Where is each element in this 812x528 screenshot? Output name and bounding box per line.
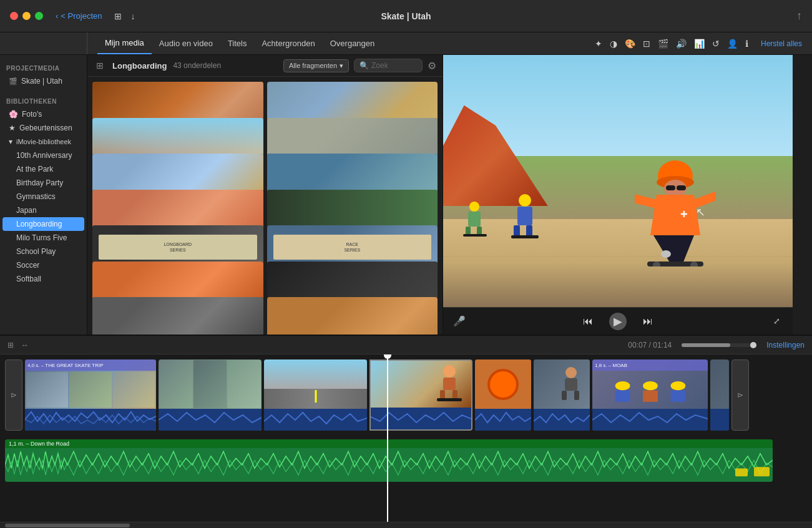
share-button[interactable]: ↑ bbox=[796, 9, 802, 22]
info-icon[interactable]: ℹ bbox=[745, 39, 748, 49]
microphone-button[interactable]: 🎤 bbox=[451, 313, 468, 330]
filter-icon[interactable]: 👤 bbox=[727, 39, 738, 49]
toolbar-left bbox=[0, 32, 87, 54]
svg-rect-68 bbox=[754, 467, 770, 476]
video-clip-1[interactable]: 4,0 s. – THE GREAT SKATE TRIP bbox=[25, 359, 156, 431]
svg-point-64 bbox=[670, 381, 685, 391]
sidebar-item-milo[interactable]: Milo Turns Five bbox=[2, 231, 84, 245]
preview-video: ↖ ✚ bbox=[443, 55, 793, 307]
video-clip-6[interactable] bbox=[534, 359, 590, 431]
svg-point-56 bbox=[565, 367, 577, 378]
sidebar-item-birthday[interactable]: Birthday Party bbox=[2, 176, 84, 190]
volume-icon[interactable]: 🔊 bbox=[676, 39, 687, 49]
stabilization-icon[interactable]: 🎬 bbox=[658, 39, 668, 49]
sidebar-item-japan[interactable]: Japan bbox=[2, 203, 84, 217]
sidebar-item-fotos[interactable]: 🌸 Foto's bbox=[2, 107, 84, 121]
playhead[interactable] bbox=[387, 354, 388, 522]
color-correction-icon[interactable]: 🎨 bbox=[625, 39, 635, 49]
sidebar-item-softball[interactable]: Softball bbox=[2, 272, 84, 286]
sidebar-item-project[interactable]: 🎬 Skate | Utah bbox=[2, 74, 84, 88]
media-search[interactable]: 🔍 Zoek bbox=[354, 59, 423, 72]
tab-overgangen[interactable]: Overgangen bbox=[323, 32, 383, 54]
svg-rect-65 bbox=[670, 391, 685, 402]
search-icon: 🔍 bbox=[360, 61, 369, 70]
minimize-button[interactable] bbox=[22, 12, 31, 20]
tab-titels[interactable]: Titels bbox=[220, 32, 255, 54]
sidebar-item-soccer[interactable]: Soccer bbox=[2, 258, 84, 272]
media-browser-controls: Alle fragmenten ▾ 🔍 Zoek ⚙ bbox=[283, 59, 436, 72]
settings-icon[interactable]: ⚙ bbox=[428, 60, 436, 72]
sidebar-item-longboarding[interactable]: Longboarding bbox=[2, 217, 84, 231]
auto-enhance-icon[interactable]: ✦ bbox=[595, 39, 602, 49]
svg-line-36 bbox=[694, 195, 716, 204]
svg-rect-55 bbox=[437, 398, 462, 401]
clip-header-1: 4,0 s. – THE GREAT SKATE TRIP bbox=[25, 359, 156, 371]
tab-achtergronden[interactable]: Achtergronden bbox=[254, 32, 322, 54]
svg-rect-50 bbox=[463, 234, 487, 237]
sidebar-item-school[interactable]: School Play bbox=[2, 245, 84, 258]
video-clip-2[interactable] bbox=[159, 359, 262, 431]
svg-rect-34 bbox=[677, 185, 686, 190]
libraries-header: BIBLIOTHEKEN bbox=[0, 93, 87, 107]
fotos-icon: 🌸 bbox=[9, 110, 18, 119]
crop-icon[interactable]: ⊡ bbox=[643, 39, 650, 49]
thumbnail-grid: LONGBOARDSERIES RACESERIES bbox=[87, 77, 443, 335]
filter-dropdown[interactable]: Alle fragmenten ▾ bbox=[283, 59, 349, 72]
svg-rect-47 bbox=[468, 212, 481, 227]
fullscreen-button[interactable]: ⤢ bbox=[768, 313, 785, 330]
close-button[interactable] bbox=[10, 12, 18, 20]
video-clip-3[interactable] bbox=[264, 359, 367, 431]
svg-rect-42 bbox=[517, 207, 532, 225]
media-browser-header: ⊞ Longboarding 43 onderdelen Alle fragme… bbox=[87, 55, 443, 77]
sidebar-item-10th[interactable]: 10th Anniversary bbox=[2, 149, 84, 162]
svg-rect-53 bbox=[440, 390, 445, 399]
timeline-area: ⊞ ↔ 00:07 / 01:14 Instellingen ⊳ 4,0 s. … bbox=[0, 335, 812, 528]
film-icon: 🎬 bbox=[9, 77, 17, 86]
audio-clip[interactable]: 1,1 m. – Down the Road bbox=[5, 439, 773, 482]
svg-rect-63 bbox=[643, 391, 658, 402]
grid-view-toggle[interactable]: ⊞ bbox=[94, 59, 106, 72]
rewind-button[interactable]: ⏮ bbox=[579, 313, 597, 330]
video-clip-partial[interactable] bbox=[710, 359, 729, 431]
svg-rect-57 bbox=[565, 378, 577, 391]
filter-chevron-icon: ▾ bbox=[340, 62, 343, 70]
tab-audio-video[interactable]: Audio en video bbox=[152, 32, 220, 54]
download-icon[interactable]: ↓ bbox=[130, 11, 135, 21]
thumbnail-item[interactable] bbox=[92, 297, 263, 335]
titlebar-tools: ⊞ ↓ bbox=[114, 11, 135, 21]
sidebar-item-park[interactable]: At the Park bbox=[2, 162, 84, 176]
video-clip-4[interactable] bbox=[369, 359, 472, 431]
reset-all-button[interactable]: Herstel alles bbox=[761, 39, 802, 48]
sidebar-item-gebeurtenissen[interactable]: ★ Gebeurtenissen bbox=[2, 121, 84, 135]
layout-icon[interactable]: ⊞ bbox=[114, 11, 122, 21]
video-clip-5[interactable] bbox=[475, 359, 531, 431]
back-button[interactable]: ‹ < Projecten bbox=[56, 11, 102, 21]
trim-cursor: ✚ bbox=[680, 209, 688, 219]
track-end-button[interactable]: ⊳ bbox=[731, 359, 749, 431]
media-browser-count: 43 onderdelen bbox=[173, 61, 221, 70]
video-clip-7[interactable]: 1,8 s. – MOAB bbox=[592, 359, 708, 431]
svg-rect-52 bbox=[443, 378, 456, 390]
svg-point-40 bbox=[661, 250, 671, 258]
titlebar: ‹ < Projecten ⊞ ↓ Skate | Utah ↑ bbox=[0, 0, 812, 32]
timeline-header: ⊞ ↔ 00:07 / 01:14 Instellingen bbox=[0, 336, 812, 354]
scrollbar-thumb[interactable] bbox=[5, 524, 130, 527]
window-title: Skate | Utah bbox=[381, 11, 431, 21]
traffic-lights bbox=[10, 12, 43, 20]
svg-point-60 bbox=[615, 381, 630, 391]
sidebar-item-imovie[interactable]: ▾ iMovie-bibliotheek bbox=[2, 135, 84, 149]
audio-clip-header: 1,1 m. – Down the Road bbox=[5, 439, 773, 448]
timeline-scrollbar[interactable] bbox=[0, 522, 812, 528]
color-balance-icon[interactable]: ◑ bbox=[610, 39, 617, 49]
thumbnail-item[interactable] bbox=[267, 297, 438, 335]
sidebar-item-gymnastics[interactable]: Gymnastics bbox=[2, 190, 84, 203]
maximize-button[interactable] bbox=[35, 12, 43, 20]
play-button[interactable]: ▶ bbox=[609, 313, 627, 330]
preview-tools: ✦ ◑ 🎨 ⊡ 🎬 🔊 📊 ↺ 👤 ℹ Herstel alles bbox=[585, 39, 812, 49]
track-start-button[interactable]: ⊳ bbox=[5, 359, 22, 431]
audio-eq-icon[interactable]: 📊 bbox=[694, 39, 705, 49]
tab-mijn-media[interactable]: Mijn media bbox=[97, 32, 152, 54]
speed-icon[interactable]: ↺ bbox=[712, 39, 720, 49]
timeline-settings-button[interactable]: Instellingen bbox=[766, 341, 805, 350]
forward-button[interactable]: ⏭ bbox=[639, 313, 657, 330]
